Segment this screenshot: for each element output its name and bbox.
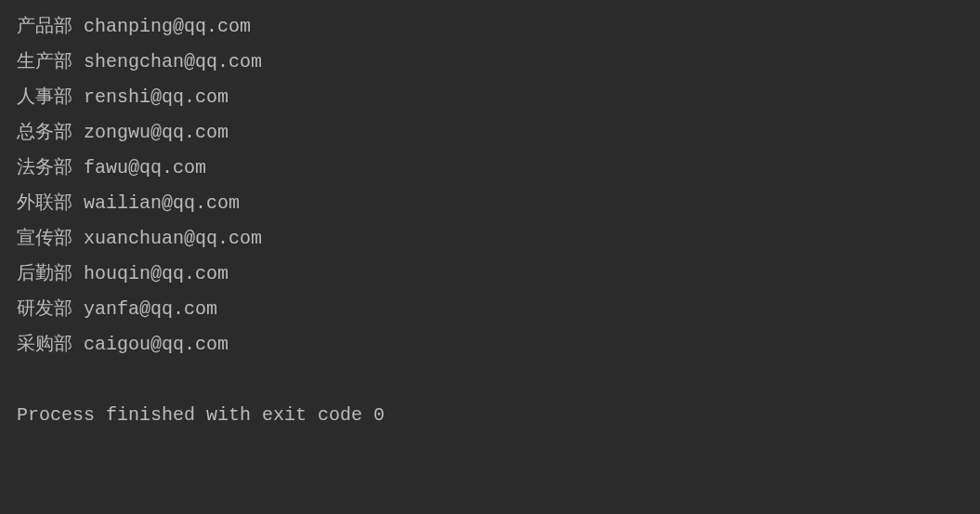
output-line: 采购部 caigou@qq.com [17,327,963,362]
output-line: 宣传部 xuanchuan@qq.com [17,221,963,257]
email-value: wailian@qq.com [84,192,240,214]
dept-label: 研发部 [17,298,72,320]
dept-label: 人事部 [17,86,72,108]
dept-label: 后勤部 [17,263,72,284]
output-line: 总务部 zongwu@qq.com [17,115,963,151]
email-value: zongwu@qq.com [84,122,229,143]
dept-label: 宣传部 [17,228,72,249]
dept-label: 外联部 [17,192,72,214]
email-value: caigou@qq.com [84,334,229,355]
output-line: 人事部 renshi@qq.com [17,80,963,115]
email-value: shengchan@qq.com [84,51,262,72]
email-value: houqin@qq.com [84,263,229,284]
process-status: Process finished with exit code 0 [17,398,963,433]
dept-label: 采购部 [17,334,72,355]
dept-label: 总务部 [17,122,72,143]
console-output: 产品部 chanping@qq.com 生产部 shengchan@qq.com… [17,9,963,433]
output-line: 法务部 fawu@qq.com [17,151,963,186]
email-value: fawu@qq.com [84,157,206,178]
email-value: yanfa@qq.com [84,298,217,320]
output-line: 外联部 wailian@qq.com [17,186,963,221]
email-value: renshi@qq.com [84,86,229,108]
output-line: 研发部 yanfa@qq.com [17,292,963,327]
email-value: chanping@qq.com [84,16,251,37]
output-line: 产品部 chanping@qq.com [17,9,963,45]
output-line: 生产部 shengchan@qq.com [17,45,963,80]
dept-label: 法务部 [17,157,72,178]
dept-label: 产品部 [17,16,72,37]
dept-label: 生产部 [17,51,72,72]
blank-line [17,362,963,398]
email-value: xuanchuan@qq.com [84,228,262,249]
output-line: 后勤部 houqin@qq.com [17,257,963,292]
